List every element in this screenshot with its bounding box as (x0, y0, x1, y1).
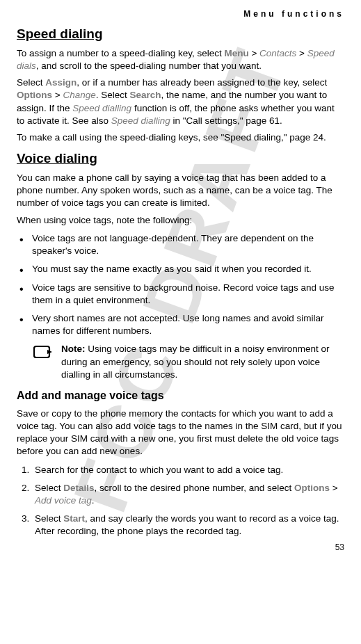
text: > (52, 90, 63, 100)
speeddialling-label: Speed dialling (72, 103, 131, 113)
step-2: Select Details, scroll to the desired ph… (32, 482, 344, 507)
text: , scroll to the desired phone number, an… (95, 483, 294, 493)
text: Select (35, 513, 63, 524)
speed-dialing-p2: Select Assign, or if a number has alread… (17, 77, 344, 127)
text: Select (35, 483, 63, 493)
voice-dialing-p2: When using voice tags, note the followin… (17, 214, 344, 227)
search-label: Search (129, 90, 161, 100)
add-manage-p1: Save or copy to the phone memory the con… (17, 408, 344, 458)
add-manage-steps: Search for the contact to which you want… (17, 464, 344, 538)
step-3: Select Start, and say clearly the words … (32, 513, 344, 538)
speeddialling-label-2: Speed dialling (111, 115, 170, 126)
text: Select (17, 77, 45, 88)
heading-add-manage: Add and manage voice tags (17, 388, 344, 403)
note-icon (33, 344, 53, 361)
menu-label: Menu (224, 48, 248, 58)
text: . Select (96, 90, 130, 100)
text: > (249, 48, 259, 58)
text: . (92, 495, 95, 506)
text: To assign a number to a speed-dialing ke… (17, 48, 224, 58)
add-voice-tag-label: Add voice tag (35, 495, 92, 506)
step-1: Search for the contact to which you want… (32, 464, 344, 476)
list-item: You must say the name exactly as you sai… (17, 263, 344, 275)
voice-dialing-p1: You can make a phone call by saying a vo… (17, 172, 344, 210)
list-item: Voice tags are not language-dependent. T… (17, 232, 344, 257)
text: , and scroll to the speed-dialing number… (36, 61, 262, 71)
list-item: Voice tags are sensitive to background n… (17, 282, 344, 307)
text: > (330, 483, 338, 493)
note-label: Note: (61, 344, 86, 354)
assign-label: Assign (45, 77, 77, 88)
voice-dialing-bullets: Voice tags are not language-dependent. T… (17, 232, 344, 338)
speed-dialing-p3: To make a call using the speed-dialing k… (17, 131, 344, 144)
running-header: Menu functions (17, 8, 344, 19)
list-item: Very short names are not accepted. Use l… (17, 312, 344, 337)
text: in "Call settings," page 61. (170, 115, 282, 126)
start-label: Start (63, 513, 85, 524)
heading-speed-dialing: Speed dialing (17, 25, 344, 43)
options-label: Options (17, 90, 52, 100)
svg-rect-0 (34, 346, 49, 357)
note-text: Note: Using voice tags may be difficult … (61, 343, 344, 381)
details-label: Details (63, 483, 94, 493)
speed-dialing-p1: To assign a number to a speed-dialing ke… (17, 47, 344, 72)
text: , or if a number has already been assign… (77, 77, 327, 88)
note-body: Using voice tags may be difficult in a n… (61, 344, 329, 379)
page-number: 53 (335, 542, 344, 553)
note-block: Note: Using voice tags may be difficult … (33, 343, 344, 381)
contacts-label: Contacts (259, 48, 296, 58)
text: > (296, 48, 307, 58)
heading-voice-dialing: Voice dialing (17, 150, 344, 168)
options-label: Options (294, 483, 330, 493)
change-label: Change (63, 90, 95, 100)
